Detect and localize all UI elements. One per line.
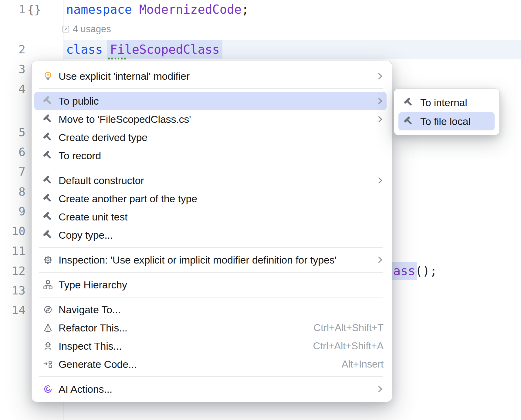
chevron-right-icon xyxy=(377,115,384,124)
menu-item-label: Navigate To... xyxy=(59,304,120,316)
menu-item-navigate-to[interactable]: Navigate To... xyxy=(32,301,392,319)
menu-separator xyxy=(32,244,392,251)
chevron-right-icon xyxy=(377,96,384,106)
line-number[interactable]: 3 xyxy=(0,60,25,79)
menu-item-move-to-filescopedclass-cs[interactable]: Move to 'FileScopedClass.cs' xyxy=(32,110,392,128)
menu-separator xyxy=(32,85,392,92)
menu-item-label: Create derived type xyxy=(59,132,147,143)
keyword-token: class xyxy=(66,42,103,56)
menu-item-create-unit-test[interactable]: Create unit test xyxy=(32,208,392,226)
menu-item-label: To file local xyxy=(420,116,471,127)
punctuation-token: ; xyxy=(242,2,249,16)
line-number[interactable]: 11 xyxy=(0,241,25,260)
refactor-icon xyxy=(42,322,54,333)
menu-item-label: Inspection: 'Use explicit or implicit mo… xyxy=(59,254,337,266)
punctuation-token: (); xyxy=(415,264,437,278)
hammer-icon xyxy=(403,97,414,108)
menu-separator xyxy=(32,294,392,301)
keyword-token: namespace xyxy=(66,2,132,16)
menu-item-label: AI Actions... xyxy=(59,383,112,395)
menu-item-copy-type[interactable]: Copy type... xyxy=(32,226,392,244)
chevron-right-icon xyxy=(377,72,384,81)
usages-inlay-hint[interactable]: 4 usages xyxy=(59,20,111,39)
namespace-identifier: ModernizedCode xyxy=(139,2,242,16)
menu-item-label: Refactor This... xyxy=(59,322,127,334)
chevron-right-icon xyxy=(377,176,384,185)
line-number[interactable]: 12 xyxy=(0,261,25,280)
menu-item-shortcut: Ctrl+Alt+Shift+A xyxy=(313,340,384,352)
class-name-usage-fragment: ass xyxy=(391,262,417,280)
line-number[interactable]: 4 xyxy=(0,79,25,98)
hammer-icon xyxy=(42,132,54,143)
line-number[interactable]: 5 xyxy=(0,123,25,142)
code-line-1[interactable]: namespaceModernizedCode; xyxy=(63,0,521,19)
menu-item-inspect-this[interactable]: Inspect This...Ctrl+Alt+Shift+A xyxy=(32,337,392,355)
menu-item-to-record[interactable]: To record xyxy=(32,146,392,165)
hammer-icon xyxy=(403,116,414,127)
line-number[interactable]: 1 xyxy=(0,0,25,19)
chevron-right-icon xyxy=(377,385,384,394)
hammer-icon xyxy=(42,96,54,106)
gear-icon xyxy=(42,254,54,265)
menu-item-shortcut: Ctrl+Alt+Shift+T xyxy=(313,322,384,334)
menu-item-label: Use explicit 'internal' modifier xyxy=(59,70,190,82)
menu-item-label: To record xyxy=(59,150,101,162)
code-line-12[interactable]: ass(); xyxy=(393,261,437,280)
menu-item-label: To internal xyxy=(420,97,467,109)
menu-item-to-internal[interactable]: To internal xyxy=(394,93,499,112)
hammer-icon xyxy=(42,230,54,240)
line-number[interactable]: 9 xyxy=(0,202,25,221)
hammer-icon xyxy=(42,175,54,186)
line-number[interactable]: 8 xyxy=(0,182,25,201)
compass-icon xyxy=(42,304,54,315)
ide-editor-quick-actions-screenshot: 1234567891011121314 {} namespaceModerniz… xyxy=(0,0,521,420)
menu-item-type-hierarchy[interactable]: Type Hierarchy xyxy=(32,276,392,294)
line-number[interactable]: 14 xyxy=(0,301,25,320)
ai-swirl-icon xyxy=(42,384,54,395)
namespace-brace-hint: {} xyxy=(27,0,41,19)
menu-item-create-another-part-of-the-type[interactable]: Create another part of the type xyxy=(32,190,392,208)
menu-item-use-explicit-internal-modifier[interactable]: Use explicit 'internal' modifier xyxy=(32,67,392,85)
inspector-icon xyxy=(42,341,54,351)
menu-item-label: Default constructor xyxy=(59,175,144,186)
usages-label: 4 usages xyxy=(73,24,111,35)
class-name-identifier[interactable]: FileScopedClass xyxy=(107,40,222,59)
line-number[interactable]: 2 xyxy=(0,40,25,59)
line-number[interactable]: 10 xyxy=(0,222,25,240)
menu-item-label: Create another part of the type xyxy=(59,193,197,205)
usages-arrow-icon xyxy=(62,25,70,33)
menu-item-label: To public xyxy=(59,95,99,107)
menu-item-generate-code[interactable]: Generate Code...Alt+Insert xyxy=(32,355,392,373)
line-number[interactable]: 13 xyxy=(0,281,25,300)
hammer-icon xyxy=(42,211,54,222)
menu-item-ai-actions[interactable]: AI Actions... xyxy=(32,380,392,398)
menu-item-to-public[interactable]: To public xyxy=(32,92,392,110)
lightbulb-icon xyxy=(42,71,54,82)
menu-item-label: Create unit test xyxy=(59,211,127,223)
menu-item-refactor-this[interactable]: Refactor This...Ctrl+Alt+Shift+T xyxy=(32,319,392,337)
menu-item-shortcut: Alt+Insert xyxy=(342,358,384,370)
menu-item-inspection-use-explicit-or-implicit-modifier-definition-for-types[interactable]: Inspection: 'Use explicit or implicit mo… xyxy=(32,251,392,269)
line-number[interactable]: 6 xyxy=(0,143,25,161)
menu-separator xyxy=(32,269,392,276)
typo-underline xyxy=(108,58,126,59)
code-line-2[interactable]: classFileScopedClass xyxy=(63,40,521,59)
hammer-icon xyxy=(42,193,54,204)
menu-item-default-constructor[interactable]: Default constructor xyxy=(32,171,392,190)
menu-item-label: Inspect This... xyxy=(59,340,122,352)
menu-item-create-derived-type[interactable]: Create derived type xyxy=(32,128,392,146)
line-number[interactable]: 7 xyxy=(0,162,25,181)
hierarchy-icon xyxy=(42,279,54,290)
hammer-icon xyxy=(42,150,54,161)
menu-item-label: Move to 'FileScopedClass.cs' xyxy=(59,113,191,125)
generate-code-icon xyxy=(42,359,54,370)
menu-item-label: Type Hierarchy xyxy=(59,279,127,291)
menu-separator xyxy=(32,373,392,380)
context-submenu: To internalTo file local xyxy=(394,89,500,135)
menu-item-label: Generate Code... xyxy=(59,358,137,370)
hammer-icon xyxy=(42,114,54,125)
chevron-right-icon xyxy=(377,255,384,264)
context-menu: Use explicit 'internal' modifierTo publi… xyxy=(31,61,392,402)
menu-item-to-file-local[interactable]: To file local xyxy=(394,112,499,131)
menu-item-label: Copy type... xyxy=(59,229,113,241)
